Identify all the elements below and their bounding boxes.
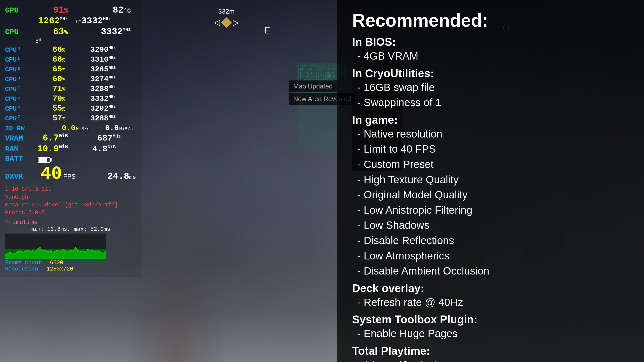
character-area xyxy=(126,161,226,362)
io-read-unit: MiB/s xyxy=(76,126,90,131)
cpu-core-0-label: CPU⁰ xyxy=(5,46,35,54)
cpu-core-6-label: CPU⁶ xyxy=(5,105,35,113)
cpu-main-row: CPU 63% 3332MHz xyxy=(5,27,136,37)
rec-section-4-label: System Toolbox Plugin: xyxy=(352,313,629,326)
rec-section-2-label: In game: xyxy=(352,114,629,126)
gpu-usage: 91% xyxy=(35,5,68,15)
cpu-core-5-freq: 3332MHz xyxy=(75,95,116,103)
cpu-core-6-freq: 3292MHz xyxy=(75,104,116,113)
cpu-core-7-label: CPU⁷ xyxy=(5,114,35,122)
dxvk-label: DXVK xyxy=(5,172,35,181)
vram-label: VRAM xyxy=(5,134,35,143)
rec-section-2-item-7: - Disable Reflections xyxy=(357,234,629,248)
ram-label: RAM xyxy=(5,145,35,154)
frametime-graph xyxy=(5,234,106,259)
cpu-cores-section: CPU⁰ 66% 3290MHz CPU¹ 66% 3310MHz CPU² 6… xyxy=(5,45,136,123)
rec-section-2: In game:- Native resolution- Limit to 40… xyxy=(352,114,629,278)
rec-section-2-item-9: - Disable Ambient Occlusion xyxy=(357,264,629,278)
nav-arrows: ◁ ▷ xyxy=(214,16,239,29)
cpu-core-2-freq: 3285MHz xyxy=(75,65,116,74)
gpu-label: GPU xyxy=(5,6,35,15)
cpu-power-row: 5W xyxy=(5,37,136,44)
io-label: IO RW xyxy=(5,125,45,132)
rec-section-1: In CryoUtilities:- 16GB swap file- Swapp… xyxy=(352,67,629,110)
rec-section-3-item-0: - Refresh rate @ 40Hz xyxy=(357,296,629,309)
gpu-freq-row: 1262MHz 6W 3332MHz xyxy=(5,16,136,26)
cpu-core-1-freq: 3310MHz xyxy=(75,55,116,64)
gpu-freq: 1262MHz xyxy=(35,16,68,26)
frame-count-label: Frame Count xyxy=(5,260,42,266)
cpu-core-4-row: CPU⁴ 71% 3288MHz xyxy=(5,84,136,94)
right-panel: Recommended: In BIOS:- 4GB VRAMIn CryoUt… xyxy=(337,0,644,362)
cpu-core-4-pct: 71% xyxy=(35,84,65,94)
cpu-core-4-freq: 3288MHz xyxy=(75,85,116,93)
battery-icon xyxy=(38,157,51,163)
nav-e-label: E xyxy=(264,25,270,36)
rec-section-5: Total Playtime:- 1 hour 40 minutes xyxy=(352,345,629,362)
sys-info: 1.10.3/1.3.211 VanGogh Mesa 22.2.0-devel… xyxy=(5,186,136,217)
vram-freq: 687MHz xyxy=(75,133,121,143)
rec-section-2-item-5: - Low Anistropic Filtering xyxy=(357,203,629,217)
cpu-core-6-pct: 55% xyxy=(35,104,65,113)
cpu-core-1-pct: 66% xyxy=(35,55,65,64)
nav-diamond-icon xyxy=(221,17,232,28)
cpu-core-3-pct: 60% xyxy=(35,74,65,84)
gpu-driver-text: VanGogh xyxy=(5,194,136,201)
cpu-core-7-pct: 57% xyxy=(35,114,65,123)
rec-section-5-label: Total Playtime: xyxy=(352,345,629,357)
cpu-label: CPU xyxy=(5,28,35,36)
dxvk-fps-row: DXVK 40 FPS 24.8ms xyxy=(5,164,136,184)
version-text: 1.10.3/1.3.211 xyxy=(5,186,136,194)
resolution-label: Resolution xyxy=(5,266,38,272)
frame-count-row: Frame Count 6800 xyxy=(5,260,136,266)
frametime-label: Frametime xyxy=(5,219,136,226)
rec-section-2-item-6: - Low Shadows xyxy=(357,218,629,232)
frametime-value: 24.8ms xyxy=(107,171,136,182)
rec-section-4-item-0: - Enable Huge Pages xyxy=(357,327,629,341)
cpu-core-5-row: CPU⁵ 70% 3332MHz xyxy=(5,94,136,103)
rec-section-5-item-0: - 1 hour 40 minutes xyxy=(357,358,629,362)
cpu-core-1-label: CPU¹ xyxy=(5,56,35,64)
rec-section-2-item-1: - Limit to 40 FPS xyxy=(357,142,629,156)
cpu-power: 5W xyxy=(35,37,41,44)
cpu-freq: 3332MHz xyxy=(75,27,131,37)
map-updated-tooltip: Map Updated xyxy=(289,80,337,92)
cpu-core-3-row: CPU³ 60% 3274MHz xyxy=(5,74,136,84)
vram-row: VRAM 6.7GiB 687MHz xyxy=(5,133,136,143)
gpu-row: GPU 91% 82°C xyxy=(5,5,136,15)
rec-section-1-label: In CryoUtilities: xyxy=(352,67,629,80)
rec-section-3-label: Deck overlay: xyxy=(352,282,629,295)
rec-section-0-item-0: - 4GB VRAM xyxy=(357,49,629,63)
ram-avail: 4.8GiB xyxy=(75,144,116,154)
hud-overlay: GPU 91% 82°C 1262MHz 6W 3332MHz CPU 63% … xyxy=(0,0,141,277)
cpu-core-2-row: CPU² 65% 3285MHz xyxy=(5,65,136,74)
proton-text: Proton 7.0-5 xyxy=(5,209,136,217)
rec-section-2-item-8: - Low Atmospherics xyxy=(357,249,629,263)
rec-section-0: In BIOS:- 4GB VRAM xyxy=(352,36,629,63)
cpu-core-4-label: CPU⁴ xyxy=(5,85,35,93)
frametime-section: Frametime min: 13.8ms, max: 52.0ms Frame… xyxy=(5,219,136,272)
recommended-title: Recommended: xyxy=(352,10,629,31)
io-write-unit: MiB/s xyxy=(119,126,133,131)
cpu-core-2-label: CPU² xyxy=(5,66,35,73)
cpu-core-0-row: CPU⁰ 66% 3290MHz xyxy=(5,45,136,54)
cpu-usage: 63% xyxy=(35,27,68,37)
batt-label: BATT xyxy=(5,155,35,163)
distance-label: 332m xyxy=(218,8,234,15)
rec-section-2-item-4: - Original Model Quality xyxy=(357,188,629,202)
cpu-core-5-label: CPU⁵ xyxy=(5,95,35,103)
rec-section-1-item-1: - Swappiness of 1 xyxy=(357,96,629,110)
gpu-freq2: 3332MHz xyxy=(81,16,101,26)
cpu-core-7-row: CPU⁷ 57% 3288MHz xyxy=(5,114,136,123)
resolution-value: 1280x720 xyxy=(47,266,73,272)
rec-section-2-item-2: - Custom Preset xyxy=(357,158,629,171)
frame-count-value: 6800 xyxy=(50,260,63,266)
io-row: IO RW 0.0 MiB/s 0.0 MiB/s xyxy=(5,124,136,132)
cpu-core-1-row: CPU¹ 66% 3310MHz xyxy=(5,55,136,64)
rec-section-2-item-3: - High Texture Quality xyxy=(357,173,629,187)
cpu-core-2-pct: 65% xyxy=(35,65,65,74)
rec-section-2-item-0: - Native resolution xyxy=(357,127,629,141)
cpu-core-5-pct: 70% xyxy=(35,94,65,103)
cpu-core-3-label: CPU³ xyxy=(5,76,35,83)
mesa-text: Mesa 22.2.0-devel [git-03db/b91fb] xyxy=(5,201,136,209)
